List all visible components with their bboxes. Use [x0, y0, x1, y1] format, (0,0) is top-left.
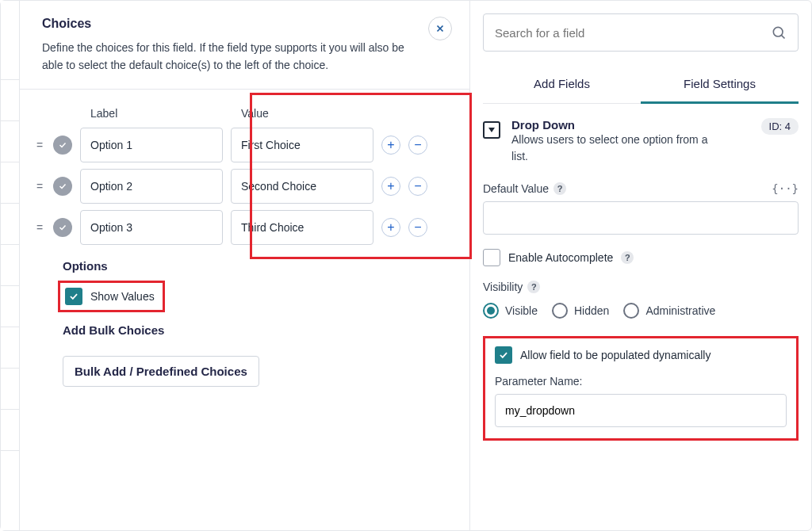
choice-row: = + − — [34, 124, 455, 166]
options-heading: Options — [63, 259, 455, 273]
add-bulk-heading: Add Bulk Choices — [63, 323, 455, 337]
column-header-label: Label — [86, 107, 229, 120]
choice-value-input[interactable] — [231, 169, 373, 204]
add-choice-button[interactable]: + — [381, 218, 400, 237]
field-settings-panel: Add Fields Field Settings Drop Down Allo… — [470, 1, 811, 530]
field-description: Allows users to select one option from a… — [511, 132, 718, 165]
choice-value-input[interactable] — [231, 128, 373, 162]
choice-label-input[interactable] — [80, 210, 223, 245]
close-icon — [435, 23, 446, 34]
tab-add-fields[interactable]: Add Fields — [483, 66, 641, 103]
drag-handle-icon[interactable]: = — [34, 221, 45, 234]
visibility-hidden-label: Hidden — [574, 304, 609, 317]
default-value-label: Default Value — [483, 182, 549, 195]
visibility-hidden-option[interactable]: Hidden — [552, 303, 609, 319]
close-button[interactable] — [428, 17, 452, 40]
remove-choice-button[interactable]: − — [408, 136, 427, 155]
enable-autocomplete-label: Enable Autocomplete — [508, 251, 613, 264]
left-gutter — [1, 1, 20, 530]
check-icon — [58, 181, 67, 191]
visibility-admin-option[interactable]: Administrative — [623, 303, 715, 319]
merge-tag-icon[interactable]: {··} — [772, 182, 799, 195]
field-title: Drop Down — [511, 118, 718, 132]
visibility-admin-label: Administrative — [645, 304, 715, 317]
check-icon — [68, 291, 79, 302]
parameter-name-label: Parameter Name: — [495, 375, 582, 388]
field-id-badge: ID: 4 — [761, 118, 799, 135]
choices-panel: Choices Define the choices for this fiel… — [20, 1, 470, 530]
column-header-value: Value — [237, 107, 380, 120]
default-choice-radio[interactable] — [53, 136, 72, 155]
dropdown-field-icon — [483, 121, 500, 139]
svg-point-0 — [773, 27, 783, 36]
highlight-dynamic-population: Allow field to be populated dynamically … — [483, 336, 799, 441]
enable-autocomplete-checkbox[interactable] — [483, 249, 500, 266]
search-input[interactable] — [495, 26, 771, 40]
drag-handle-icon[interactable]: = — [34, 139, 45, 151]
default-value-input[interactable] — [483, 201, 799, 235]
choice-label-input[interactable] — [80, 128, 223, 162]
allow-dynamic-checkbox[interactable] — [495, 346, 512, 364]
tab-field-settings[interactable]: Field Settings — [641, 66, 799, 103]
remove-choice-button[interactable]: − — [408, 218, 427, 237]
add-choice-button[interactable]: + — [381, 136, 400, 155]
parameter-name-input[interactable] — [495, 394, 787, 427]
check-icon — [58, 223, 67, 232]
choice-row: = + − — [34, 207, 455, 248]
choice-label-input[interactable] — [80, 169, 223, 204]
radio-icon — [552, 303, 568, 319]
show-values-label: Show Values — [90, 290, 155, 303]
choices-title: Choices — [42, 17, 447, 31]
check-icon — [498, 350, 509, 361]
default-choice-radio[interactable] — [53, 177, 72, 196]
help-icon[interactable]: ? — [527, 281, 540, 293]
remove-choice-button[interactable]: − — [408, 177, 427, 196]
add-choice-button[interactable]: + — [381, 177, 400, 196]
check-icon — [58, 140, 67, 150]
choices-subtitle: Define the choices for this field. If th… — [42, 39, 407, 74]
search-icon — [771, 25, 787, 40]
show-values-checkbox[interactable] — [65, 288, 82, 305]
radio-icon — [483, 303, 499, 319]
default-choice-radio[interactable] — [53, 218, 72, 237]
help-icon[interactable]: ? — [553, 182, 566, 195]
help-icon[interactable]: ? — [621, 251, 634, 264]
choice-row: = + − — [34, 166, 455, 207]
choice-value-input[interactable] — [231, 210, 373, 245]
visibility-visible-option[interactable]: Visible — [483, 303, 538, 319]
visibility-label: Visibility — [483, 281, 523, 293]
search-field[interactable] — [483, 13, 799, 52]
allow-dynamic-label: Allow field to be populated dynamically — [520, 349, 710, 361]
radio-icon — [623, 303, 639, 319]
bulk-add-choices-button[interactable]: Bulk Add / Predefined Choices — [63, 356, 259, 387]
visibility-visible-label: Visible — [505, 304, 538, 317]
highlight-show-values: Show Values — [58, 281, 165, 312]
drag-handle-icon[interactable]: = — [34, 180, 45, 193]
